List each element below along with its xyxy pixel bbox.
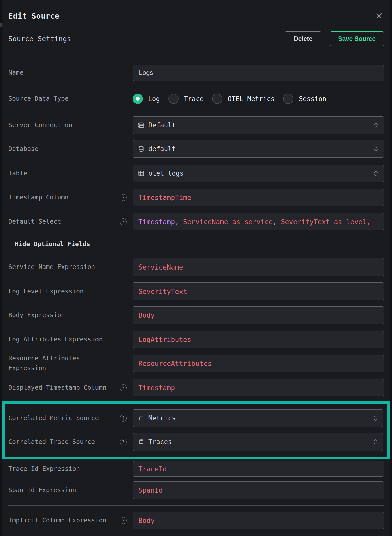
implicit-column-expression-input[interactable]: Body (133, 512, 384, 529)
trace-id-expression-label: Trace Id Expression (8, 464, 80, 474)
field-row-body-expression: Body Expression Body (8, 306, 384, 324)
radio-session-circle (283, 94, 293, 104)
source-box-icon (138, 415, 144, 421)
server-connection-value: Default (148, 121, 373, 129)
body-expression-input[interactable]: Body (133, 306, 384, 324)
log-attributes-expression-input[interactable]: LogAttributes (133, 331, 384, 348)
table-select[interactable]: otel_logs (133, 165, 384, 182)
default-select-input[interactable]: Timestamp, ServiceName as service, Sever… (133, 213, 384, 230)
log-level-expression-label: Log Level Expression (8, 287, 84, 296)
span-id-expression-input[interactable]: SpanId (133, 481, 384, 499)
radio-session[interactable]: Session (283, 94, 326, 104)
server-connection-select[interactable]: Default (133, 116, 384, 134)
radio-otel-metrics-circle (212, 94, 222, 104)
table-value: otel_logs (148, 170, 373, 177)
database-label: Database (8, 144, 38, 154)
source-box-icon (138, 439, 144, 445)
source-data-type-radio-group: Log Trace OTEL Metrics Session (133, 94, 384, 104)
field-row-resource-attributes-expression: Resource Attributes Expression ResourceA… (8, 355, 384, 372)
log-attributes-expression-label: Log Attributes Expression (8, 335, 103, 344)
section-title: Source Settings (8, 35, 71, 43)
displayed-timestamp-column-label: Displayed Timestamp Column (8, 383, 106, 393)
field-row-service-name-expression: Service Name Expression ServiceName (8, 258, 384, 276)
modal-title: Edit Source (8, 12, 59, 20)
help-icon[interactable]: ? (120, 517, 127, 524)
field-row-implicit-column-expression: Implicit Column Expression ? Body (8, 512, 384, 529)
field-row-name: Name (8, 65, 384, 81)
radio-log[interactable]: Log (133, 94, 160, 104)
field-row-span-id-expression: Span Id Expression SpanId (8, 481, 384, 499)
hide-optional-fields-toggle[interactable]: Hide Optional Fields (8, 241, 384, 247)
name-input[interactable] (133, 65, 384, 81)
field-row-displayed-timestamp-column: Displayed Timestamp Column ? Timestamp (8, 379, 384, 396)
log-level-expression-input[interactable]: SeverityText (133, 282, 384, 300)
chevron-updown-icon (373, 121, 379, 129)
field-row-timestamp-column: Timestamp Column ? TimestampTime (8, 189, 384, 206)
field-row-log-level-expression: Log Level Expression SeverityText (8, 282, 384, 300)
table-icon (138, 170, 144, 177)
database-value: default (148, 145, 373, 153)
correlated-trace-source-select[interactable]: Traces (133, 433, 383, 451)
database-select[interactable]: default (133, 140, 384, 158)
close-icon[interactable] (374, 11, 384, 21)
span-id-expression-label: Span Id Expression (8, 485, 76, 495)
correlated-trace-source-label: Correlated Trace Source (8, 437, 95, 447)
field-row-trace-id-expression: Trace Id Expression TraceId (8, 461, 384, 477)
radio-otel-metrics-label: OTEL Metrics (228, 95, 275, 103)
field-row-table: Table otel_logs (8, 165, 384, 182)
correlated-metric-source-select[interactable]: Metrics (133, 409, 383, 427)
help-icon[interactable]: ? (120, 384, 127, 391)
radio-otel-metrics[interactable]: OTEL Metrics (212, 94, 275, 104)
radio-trace-circle (168, 94, 179, 104)
table-label: Table (8, 169, 27, 178)
highlight-annotation-box: Correlated Metric Source ? Metrics (2, 401, 390, 459)
resource-attributes-expression-label: Resource Attributes Expression (8, 353, 116, 373)
server-connection-label: Server Connection (8, 120, 72, 130)
field-row-correlated-trace-source: Correlated Trace Source ? Traces (8, 433, 383, 451)
server-icon (138, 122, 144, 128)
divider (8, 505, 384, 506)
help-icon[interactable]: ? (120, 194, 127, 201)
chevron-updown-icon (373, 414, 378, 422)
edit-source-modal: Edit Source Source Settings Delete Save … (2, 0, 390, 536)
field-row-log-attributes-expression: Log Attributes Expression LogAttributes (8, 331, 384, 348)
trace-id-expression-input[interactable]: TraceId (133, 461, 384, 477)
body-expression-label: Body Expression (8, 310, 65, 320)
delete-button[interactable]: Delete (285, 31, 321, 46)
radio-trace[interactable]: Trace (168, 94, 204, 104)
field-row-server-connection: Server Connection Default (8, 116, 384, 134)
database-icon (138, 146, 144, 152)
correlated-metric-source-label: Correlated Metric Source (8, 413, 99, 423)
service-name-expression-input[interactable]: ServiceName (133, 258, 384, 276)
source-data-type-label: Source Data Type (8, 94, 69, 104)
action-buttons: Delete Save Source (285, 31, 384, 46)
chevron-updown-icon (373, 438, 378, 446)
background-page-sliver (0, 23, 2, 27)
name-label: Name (8, 68, 23, 78)
resource-attributes-expression-input[interactable]: ResourceAttributes (133, 355, 384, 372)
section-header: Source Settings Delete Save Source (8, 31, 384, 46)
field-row-default-select: Default Select ? Timestamp, ServiceName … (8, 213, 384, 230)
help-icon[interactable]: ? (120, 439, 127, 445)
displayed-timestamp-column-input[interactable]: Timestamp (133, 379, 384, 396)
correlated-trace-source-value: Traces (148, 438, 373, 446)
field-row-correlated-metric-source: Correlated Metric Source ? Metrics (8, 409, 383, 427)
radio-log-label: Log (148, 95, 160, 103)
help-icon[interactable]: ? (120, 415, 127, 422)
default-select-label: Default Select (8, 217, 61, 227)
divider (8, 251, 384, 251)
implicit-column-expression-label: Implicit Column Expression (8, 516, 106, 525)
radio-session-label: Session (299, 95, 326, 103)
save-source-button[interactable]: Save Source (330, 31, 384, 46)
service-name-expression-label: Service Name Expression (8, 262, 95, 272)
chevron-updown-icon (373, 170, 379, 177)
correlated-metric-source-value: Metrics (148, 414, 373, 422)
radio-trace-label: Trace (184, 95, 204, 103)
chevron-updown-icon (373, 145, 379, 153)
help-icon[interactable]: ? (120, 218, 127, 225)
timestamp-column-label: Timestamp Column (8, 193, 69, 202)
field-row-source-data-type: Source Data Type Log Trace OTEL Metrics … (8, 94, 384, 104)
radio-log-circle (133, 94, 143, 104)
timestamp-column-input[interactable]: TimestampTime (133, 189, 384, 206)
field-row-database: Database default (8, 140, 384, 158)
